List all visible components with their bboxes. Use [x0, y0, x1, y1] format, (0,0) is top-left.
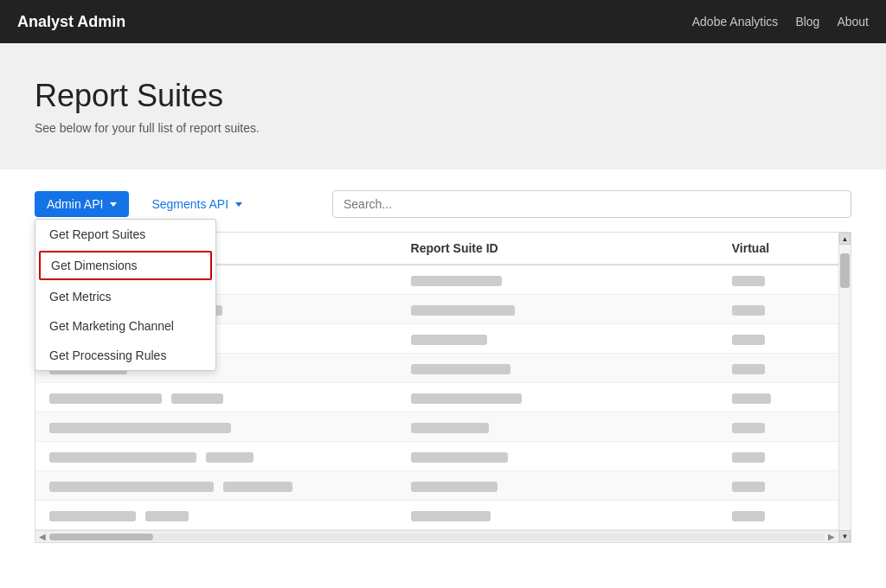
hero-section: Report Suites See below for your full li… — [0, 43, 886, 169]
scroll-left-arrow[interactable]: ◀ — [39, 532, 46, 541]
scroll-up-button[interactable]: ▲ — [839, 233, 851, 245]
col-header-virtual: Virtual — [718, 233, 838, 265]
nav-link-blog[interactable]: Blog — [795, 15, 819, 29]
nav-link-about[interactable]: About — [837, 15, 869, 29]
menu-item-get-report-suites[interactable]: Get Report Suites — [35, 220, 215, 249]
segments-api-label: Segments API — [151, 197, 228, 211]
table-row — [35, 501, 838, 530]
table-cell-rsid — [397, 295, 718, 324]
table-cell-name — [35, 471, 397, 501]
page-subtitle: See below for your full list of report s… — [35, 121, 851, 135]
admin-api-label: Admin API — [47, 197, 103, 211]
navbar-links: Adobe Analytics Blog About — [692, 15, 869, 29]
menu-item-get-dimensions[interactable]: Get Dimensions — [39, 251, 212, 280]
horizontal-scrollbar[interactable]: ◀ ▶ — [35, 530, 838, 542]
search-input[interactable] — [332, 190, 851, 218]
table-cell-rsid — [397, 324, 718, 354]
table-cell-virtual — [718, 471, 838, 501]
segments-api-button[interactable]: Segments API — [139, 191, 254, 217]
table-cell-virtual — [718, 442, 838, 471]
vscroll-track — [839, 245, 851, 530]
table-cell-virtual — [718, 324, 838, 354]
table-cell-virtual — [718, 412, 838, 442]
scroll-right-arrow[interactable]: ▶ — [828, 532, 835, 541]
hscroll-thumb — [49, 534, 153, 540]
admin-api-menu: Get Report Suites Get Dimensions Get Met… — [35, 219, 216, 371]
table-cell-rsid — [397, 442, 718, 471]
admin-api-dropdown-wrapper: Admin API Get Report Suites Get Dimensio… — [35, 191, 129, 217]
page-title: Report Suites — [35, 78, 851, 114]
table-cell-name — [35, 412, 397, 442]
segments-api-dropdown-wrapper: Segments API — [139, 191, 254, 217]
main-content: Admin API Get Report Suites Get Dimensio… — [0, 169, 886, 564]
navbar-brand: Analyst Admin — [17, 13, 125, 31]
nav-link-adobe-analytics[interactable]: Adobe Analytics — [692, 15, 779, 29]
table-row — [35, 383, 838, 412]
table-cell-name — [35, 442, 397, 471]
table-cell-virtual — [718, 501, 838, 530]
menu-item-get-metrics[interactable]: Get Metrics — [35, 282, 215, 311]
search-wrapper — [332, 190, 851, 218]
table-cell-rsid — [397, 265, 718, 295]
toolbar: Admin API Get Report Suites Get Dimensio… — [35, 190, 851, 218]
admin-api-caret-icon — [110, 202, 117, 207]
table-cell-rsid — [397, 354, 718, 383]
vertical-scrollbar[interactable]: ▲ ▼ — [838, 233, 851, 542]
menu-item-get-marketing-channel[interactable]: Get Marketing Channel — [35, 311, 215, 341]
menu-item-get-processing-rules[interactable]: Get Processing Rules — [35, 341, 215, 370]
table-cell-rsid — [397, 412, 718, 442]
admin-api-button[interactable]: Admin API — [35, 191, 129, 217]
table-row — [35, 442, 838, 471]
table-cell-name — [35, 501, 397, 530]
table-row — [35, 412, 838, 442]
table-cell-rsid — [397, 501, 718, 530]
navbar: Analyst Admin Adobe Analytics Blog About — [0, 0, 886, 43]
table-cell-rsid — [397, 471, 718, 501]
table-cell-rsid — [397, 383, 718, 412]
table-cell-virtual — [718, 383, 838, 412]
col-header-rsid: Report Suite ID — [397, 233, 718, 265]
table-row — [35, 471, 838, 501]
segments-api-caret-icon — [235, 202, 242, 207]
scroll-down-button[interactable]: ▼ — [839, 530, 851, 542]
vscroll-thumb — [840, 253, 850, 288]
table-cell-virtual — [718, 295, 838, 324]
table-cell-virtual — [718, 265, 838, 295]
table-cell-name — [35, 383, 397, 412]
table-cell-virtual — [718, 354, 838, 383]
